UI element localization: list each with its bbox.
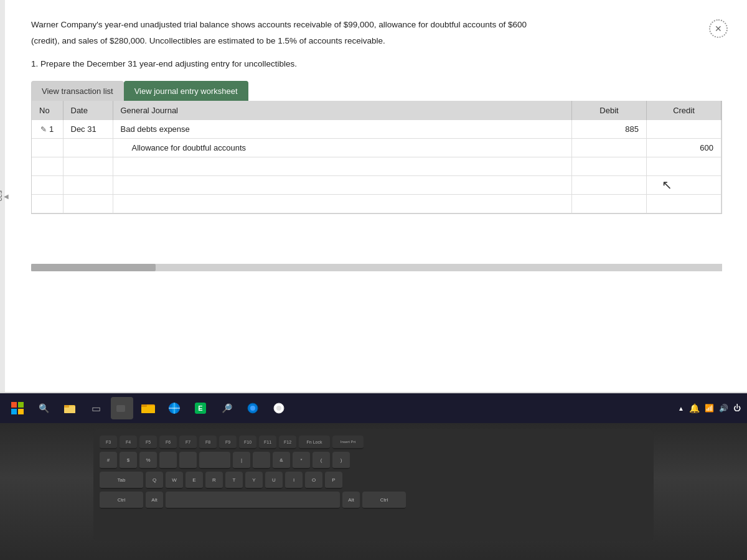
row1-entry1: Bad debts expense [113,120,572,139]
screen: ces Warner Company's year-end unadjusted… [0,0,747,423]
key-f7[interactable]: F7 [179,436,197,449]
key-f11[interactable]: F11 [259,436,276,449]
row1-edit-icon[interactable]: ✎ 1 [32,120,63,139]
svg-text:E: E [198,404,202,412]
key-w[interactable]: W [166,472,183,489]
key-r[interactable]: R [205,472,223,489]
key-alt-left[interactable]: Alt [146,492,163,509]
journal-table-wrapper: No Date General Journal Debit Credit ✎ [31,101,722,214]
qwerty-row: Tab Q W E R T Y U I O P [100,472,647,489]
row1-no: 1 [49,124,54,134]
taskbar-power-icon[interactable]: ⏻ [733,404,741,413]
row2-no [32,138,63,157]
tab-view-journal-entry-worksheet[interactable]: View journal entry worksheet [124,81,248,101]
ces-label: ces [0,190,3,201]
svg-rect-7 [141,404,147,407]
key-p[interactable]: P [325,472,342,489]
row2-credit: 600 [647,138,721,157]
horizontal-scrollbar[interactable] [31,264,722,271]
taskbar-right: ▲ 🔔 📶 🔊 ⏻ [678,403,741,413]
journal-table: No Date General Journal Debit Credit ✎ [32,101,721,213]
key-space[interactable] [166,492,340,509]
key-wide1[interactable] [199,452,230,469]
bottom-key-row: Ctrl Alt Alt Ctrl [100,492,647,509]
taskbar-security-icon[interactable] [268,397,290,419]
table-row-1: ✎ 1 Dec 31 Bad debts expense 885 [32,120,721,139]
key-ampersand[interactable] [179,452,197,469]
header-date: Date [63,101,113,120]
key-t[interactable]: T [225,472,243,489]
taskbar: 🔍 ▭ E 🔎 ▲ 🔔 📶 🔊 ⏻ [0,393,747,423]
close-button[interactable]: ✕ [709,19,728,38]
row2-date [63,138,113,157]
taskbar-file-explorer-icon[interactable] [59,397,81,419]
tab-view-transaction-list[interactable]: View transaction list [31,81,124,101]
key-tilde[interactable]: & [273,452,290,469]
key-percent[interactable]: % [139,452,157,469]
taskbar-search-icon[interactable]: 🔍 [32,397,55,419]
windows-start-icon[interactable] [6,397,29,419]
taskbar-blue-circle-icon[interactable] [242,397,264,419]
taskbar-volume-icon[interactable]: 🔊 [719,404,728,413]
taskbar-wifi-icon[interactable]: 📶 [705,404,714,413]
svg-rect-2 [64,405,69,408]
scrollbar-thumb[interactable] [31,264,156,271]
key-o[interactable]: O [305,472,322,489]
table-row-empty-2 [32,175,721,194]
fn-key-row: F3 F4 F5 F6 F7 F8 F9 F10 F11 F12 Fn Lock… [100,436,647,449]
description-line1: Warner Company's year-end unadjusted tri… [31,19,722,31]
laptop-body: F3 F4 F5 F6 F7 F8 F9 F10 F11 F12 Fn Lock… [0,423,747,560]
close-button-area: ✕ [708,19,728,39]
taskbar-browser-icon[interactable] [163,397,186,419]
taskbar-tablet-icon[interactable]: ▭ [85,397,107,419]
key-f3[interactable]: F3 [100,436,117,449]
svg-point-15 [250,406,255,411]
key-i[interactable]: I [285,472,303,489]
key-hash[interactable]: # [100,452,117,469]
key-f4[interactable]: F4 [120,436,137,449]
header-credit: Credit [647,101,721,120]
key-u[interactable]: U [265,472,283,489]
side-indicator: ces [0,0,5,392]
key-pipe[interactable]: | [233,452,250,469]
table-row-empty-1 [32,157,721,175]
taskbar-notification-icon[interactable]: 🔔 [689,403,700,413]
key-fn-lock[interactable]: Fn Lock [299,436,330,449]
taskbar-chevron-up[interactable]: ▲ [678,405,684,412]
taskbar-folder-icon[interactable] [137,397,159,419]
key-f12[interactable]: F12 [279,436,296,449]
row1-date: Dec 31 [63,120,113,139]
svg-marker-4 [125,406,128,411]
key-caret[interactable] [159,452,177,469]
pencil-icon[interactable]: ✎ [40,125,47,134]
taskbar-camera-icon[interactable] [111,397,133,419]
key-f5[interactable]: F5 [139,436,157,449]
key-ctrl-left[interactable]: Ctrl [100,492,143,509]
key-dollar[interactable]: $ [120,452,137,469]
key-f9[interactable]: F9 [219,436,237,449]
key-tab[interactable]: Tab [100,472,143,489]
taskbar-green-icon[interactable]: E [189,397,212,419]
row1-credit [647,120,721,139]
key-ctrl-right[interactable]: Ctrl [362,492,406,509]
key-alt-right[interactable]: Alt [342,492,360,509]
row2-entry2: Allowance for doubtful accounts [113,138,572,157]
description-line2: (credit), and sales of $280,000. Uncolle… [31,35,722,47]
key-cparen[interactable]: ) [332,452,350,469]
key-e[interactable]: E [186,472,203,489]
row2-debit [572,138,647,157]
key-q[interactable]: Q [146,472,163,489]
keyboard: F3 F4 F5 F6 F7 F8 F9 F10 F11 F12 Fn Lock… [93,429,654,541]
key-y[interactable]: Y [245,472,263,489]
key-insert-prt[interactable]: Insert Prt [332,436,364,449]
key-f10[interactable]: F10 [239,436,256,449]
row1-debit: 885 [572,120,647,139]
key-f8[interactable]: F8 [199,436,217,449]
key-oparen[interactable]: ( [312,452,330,469]
header-general-journal: General Journal [113,101,572,120]
svg-rect-3 [116,405,125,412]
taskbar-magnify-icon[interactable]: 🔎 [215,397,238,419]
key-f6[interactable]: F6 [159,436,177,449]
key-backslash[interactable] [253,452,270,469]
key-star[interactable]: * [293,452,310,469]
